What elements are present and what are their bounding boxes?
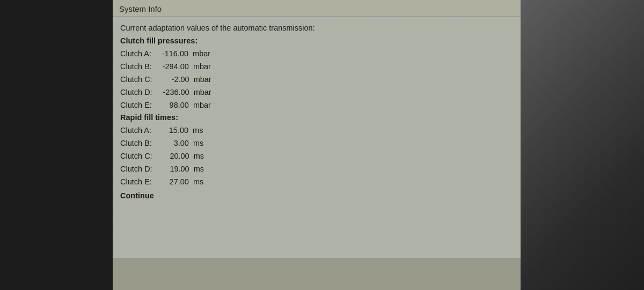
pressure-e-unit: mbar	[193, 101, 211, 109]
pressure-c-value: -2.00	[155, 73, 189, 86]
section2-header: Rapid fill times:	[120, 111, 513, 124]
pressure-b: Clutch B: -294.00 mbar	[120, 61, 513, 73]
section1-header: Clutch fill pressures:	[120, 35, 513, 48]
time-b-label: Clutch B:	[120, 139, 152, 147]
time-c-value: 20.00	[155, 150, 189, 163]
continue-button[interactable]: Continue	[120, 190, 513, 203]
pressure-e-value: 98.00	[154, 99, 189, 112]
pressure-a-value: -116.00	[153, 48, 188, 61]
time-d-unit: ms	[194, 165, 204, 173]
screen-display: System Info Current adaptation values of…	[113, 0, 521, 290]
pressure-a-unit: mbar	[193, 49, 210, 58]
intro-line: Current adaptation values of the automat…	[120, 22, 513, 35]
pressure-b-unit: mbar	[193, 62, 211, 71]
time-d-label: Clutch D:	[120, 165, 152, 173]
time-c: Clutch C: 20.00 ms	[120, 150, 513, 163]
pressure-e: Clutch E: 98.00 mbar	[120, 99, 513, 112]
left-bezel	[0, 0, 113, 290]
pressure-d: Clutch D: -236.00 mbar	[120, 86, 513, 99]
pressure-a: Clutch A: -116.00 mbar	[120, 48, 513, 61]
pressure-a-label: Clutch A:	[120, 49, 151, 58]
time-d: Clutch D: 19.00 ms	[120, 163, 513, 176]
pressure-d-value: -236.00	[155, 86, 189, 99]
time-c-label: Clutch C:	[120, 152, 152, 160]
time-a: Clutch A: 15.00 ms	[120, 124, 513, 137]
pressure-e-label: Clutch E:	[120, 101, 152, 109]
time-c-unit: ms	[194, 152, 204, 160]
time-d-value: 19.00	[155, 163, 189, 176]
pressure-d-unit: mbar	[194, 88, 211, 96]
pressure-d-label: Clutch D:	[120, 88, 152, 96]
time-e-value: 27.00	[154, 176, 189, 189]
screen-title: System Info	[119, 4, 162, 13]
time-a-unit: ms	[193, 126, 203, 135]
time-e: Clutch E: 27.00 ms	[120, 176, 513, 189]
time-a-value: 15.00	[153, 124, 188, 137]
pressure-c-unit: mbar	[194, 75, 211, 84]
time-b: Clutch B: 3.00 ms	[120, 137, 513, 150]
time-e-unit: ms	[193, 177, 203, 186]
time-a-label: Clutch A:	[120, 126, 151, 135]
right-bezel	[521, 0, 644, 290]
device-frame: System Info Current adaptation values of…	[0, 0, 644, 290]
screen-content: Current adaptation values of the automat…	[113, 17, 521, 258]
screen-bottom	[113, 258, 521, 290]
screen-header: System Info	[113, 0, 521, 17]
pressure-b-value: -294.00	[154, 61, 189, 73]
time-b-unit: ms	[193, 139, 203, 147]
pressure-b-label: Clutch B:	[120, 62, 152, 71]
time-e-label: Clutch E:	[120, 177, 152, 186]
screen-area: System Info Current adaptation values of…	[113, 0, 521, 290]
pressure-c: Clutch C: -2.00 mbar	[120, 73, 513, 86]
time-b-value: 3.00	[154, 137, 189, 150]
pressure-c-label: Clutch C:	[120, 75, 152, 84]
